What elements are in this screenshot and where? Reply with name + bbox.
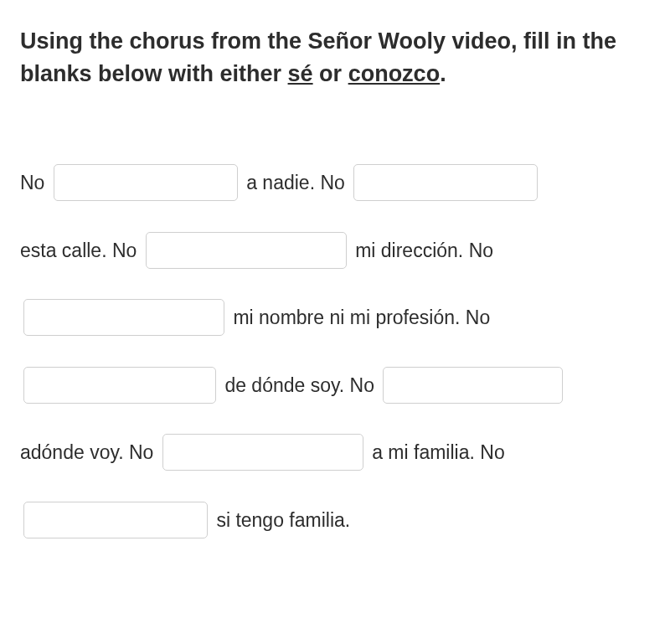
instructions-text: Using the chorus from the Señor Wooly vi…	[20, 25, 650, 90]
instructions-end: .	[440, 61, 446, 86]
blank-input-3[interactable]	[146, 232, 347, 269]
text-segment: No	[20, 172, 50, 193]
blank-input-2[interactable]	[353, 164, 538, 201]
text-segment: mi dirección. No	[355, 240, 493, 261]
blank-input-8[interactable]	[23, 502, 208, 538]
blank-input-5[interactable]	[23, 367, 216, 404]
text-segment: adónde voy. No	[20, 441, 159, 463]
text-segment: de dónde soy. No	[224, 374, 379, 396]
instructions-mid: or	[313, 61, 348, 86]
text-segment: a nadie. No	[246, 172, 350, 193]
text-segment: esta calle. No	[20, 240, 142, 261]
instructions-word-conozco: conozco	[348, 61, 441, 86]
text-segment: mi nombre ni mi profesión. No	[233, 307, 490, 328]
text-segment: si tengo familia.	[216, 509, 350, 531]
blank-input-6[interactable]	[383, 367, 563, 404]
blank-input-7[interactable]	[162, 434, 363, 471]
text-segment: a mi familia. No	[372, 441, 504, 463]
blank-input-1[interactable]	[54, 164, 238, 201]
blank-input-4[interactable]	[23, 299, 224, 336]
instructions-word-se: sé	[288, 61, 313, 86]
cloze-paragraph: No a nadie. No esta calle. No mi direcci…	[20, 149, 650, 554]
